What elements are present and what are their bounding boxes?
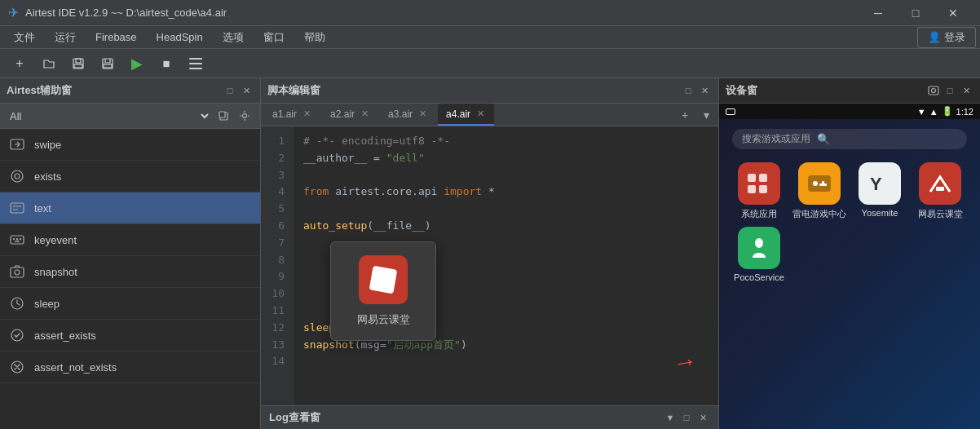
svg-rect-30	[748, 185, 756, 193]
airtest-item-keyevent[interactable]: keyevent	[0, 224, 260, 256]
tab-a1-close[interactable]: ✕	[302, 108, 312, 120]
wangyi-app-icon-svg	[925, 169, 955, 198]
airtest-item-sleep[interactable]: sleep	[0, 288, 260, 320]
maximize-btn[interactable]: □	[897, 0, 934, 26]
wifi-icon: ▼	[917, 107, 926, 117]
airtest-item-assert-exists[interactable]: assert_exists	[0, 320, 260, 352]
save-icon	[72, 57, 85, 70]
minimize-btn[interactable]: ─	[859, 0, 897, 26]
device-status-bar: ▼ ▲ 🔋 1:12	[719, 104, 980, 119]
editor-expand-btn[interactable]: □	[681, 83, 695, 98]
airtest-copy-btn[interactable]	[214, 107, 232, 125]
log-close-btn[interactable]: ✕	[695, 410, 710, 425]
close-btn[interactable]: ✕	[934, 0, 972, 26]
code-line-3	[303, 167, 709, 184]
airtest-settings-btn[interactable]	[236, 107, 254, 125]
main-content: Airtest辅助窗 □ ✕ All Airtest Poco	[0, 78, 980, 429]
app-cell-poco[interactable]: PocoService	[732, 227, 786, 282]
open-btn[interactable]	[38, 52, 60, 75]
tab-a4-close[interactable]: ✕	[475, 108, 486, 120]
menu-extra-btn[interactable]	[184, 52, 207, 75]
device-header-buttons: □ ✕	[926, 83, 973, 98]
airtest-close-btn[interactable]: ✕	[239, 83, 254, 98]
app-icon: ✈	[8, 5, 19, 20]
save-btn[interactable]	[67, 52, 90, 75]
airtest-item-assert-not-exists[interactable]: assert_not_exists	[0, 352, 260, 383]
run-btn[interactable]: ▶	[126, 52, 148, 75]
wangyi-app-icon	[919, 162, 961, 205]
log-panel-header: Log查看窗 ▼ □ ✕	[261, 405, 718, 429]
svg-rect-6	[189, 63, 202, 64]
app-cell-wangyi[interactable]: 网易云课堂	[913, 162, 967, 220]
menu-run[interactable]: 运行	[45, 27, 86, 48]
app-cell-yosemite[interactable]: Y Yosemite	[853, 162, 907, 220]
device-screen: ▼ ▲ 🔋 1:12 搜索游戏或应用 🔍	[719, 104, 980, 429]
title-bar: ✈ Airtest IDE v1.2.9 ~~ D:\airtest_code\…	[0, 0, 980, 26]
log-filter-btn[interactable]: ▼	[663, 410, 678, 425]
settings-icon	[239, 110, 250, 122]
signal-icon: ▲	[929, 107, 938, 117]
text-icon	[8, 199, 26, 217]
airtest-item-snapshot[interactable]: snapshot	[0, 256, 260, 288]
editor-close-btn[interactable]: ✕	[697, 83, 712, 98]
line-numbers: 12345 678910 11121314	[261, 126, 294, 405]
device-expand-btn[interactable]: □	[942, 83, 957, 98]
svg-rect-29	[748, 174, 756, 182]
menu-window[interactable]: 窗口	[254, 27, 294, 48]
swipe-icon	[8, 135, 26, 153]
tab-a3-close[interactable]: ✕	[417, 108, 428, 120]
svg-rect-7	[189, 68, 202, 69]
svg-point-12	[11, 170, 23, 182]
battery-icon: 🔋	[942, 106, 953, 117]
menu-headspin[interactable]: HeadSpin	[147, 28, 213, 46]
tab-a2-close[interactable]: ✕	[360, 108, 370, 120]
airtest-panel-header: Airtest辅助窗 □ ✕	[0, 78, 260, 104]
device-screenshot-btn[interactable]	[926, 83, 941, 98]
svg-text:Y: Y	[870, 174, 882, 194]
login-button[interactable]: 👤 登录	[917, 27, 976, 48]
code-line-6: auto_setup(__file__)	[303, 218, 709, 235]
svg-rect-0	[73, 59, 83, 69]
tab-a1[interactable]: a1.air ✕	[264, 104, 320, 126]
log-expand-btn[interactable]: □	[679, 410, 694, 425]
svg-rect-3	[103, 59, 113, 69]
tab-a3[interactable]: a3.air ✕	[380, 104, 436, 126]
airtest-item-exists[interactable]: exists	[0, 161, 260, 192]
popup-app-icon	[359, 255, 408, 304]
snapshot-icon	[8, 263, 26, 281]
wangyi-icon	[368, 264, 399, 295]
svg-rect-33	[808, 175, 831, 192]
airtest-item-swipe[interactable]: swipe	[0, 129, 260, 161]
airtest-expand-btn[interactable]: □	[223, 83, 237, 98]
airtest-filter-dropdown: All Airtest Poco	[0, 104, 260, 129]
screenshot-icon	[928, 85, 939, 96]
tab-a2[interactable]: a2.air ✕	[322, 104, 378, 126]
svg-rect-16	[13, 238, 15, 240]
svg-rect-25	[369, 266, 397, 294]
keyevent-icon	[8, 231, 26, 249]
save-as-btn[interactable]	[96, 52, 119, 75]
menu-firebase[interactable]: Firebase	[86, 28, 147, 46]
svg-point-39	[755, 238, 763, 248]
tab-a4[interactable]: a4.air ✕	[438, 104, 494, 126]
new-tab-btn[interactable]: +	[676, 106, 694, 124]
filter-select[interactable]: All Airtest Poco	[7, 109, 211, 123]
app-cell-ld[interactable]: 雷电游戏中心	[792, 162, 846, 220]
device-close-btn[interactable]: ✕	[959, 83, 973, 98]
svg-rect-20	[11, 268, 24, 277]
menu-file[interactable]: 文件	[4, 27, 45, 48]
code-line-14	[303, 353, 709, 370]
menu-help[interactable]: 帮助	[294, 27, 335, 48]
tab-menu-btn[interactable]: ▾	[697, 106, 715, 124]
svg-rect-38	[936, 187, 944, 191]
new-btn[interactable]: +	[8, 52, 31, 75]
app-cell-system[interactable]: 系统应用	[732, 162, 786, 220]
exists-icon	[8, 167, 26, 185]
airtest-item-text[interactable]: text	[0, 192, 260, 224]
device-search-bar[interactable]: 搜索游戏或应用 🔍	[732, 129, 967, 149]
sim-indicator	[726, 108, 735, 115]
svg-rect-2	[74, 64, 82, 68]
stop-btn[interactable]: ■	[155, 52, 178, 75]
tab-bar-controls: + ▾	[676, 106, 715, 124]
menu-options[interactable]: 选项	[213, 27, 254, 48]
